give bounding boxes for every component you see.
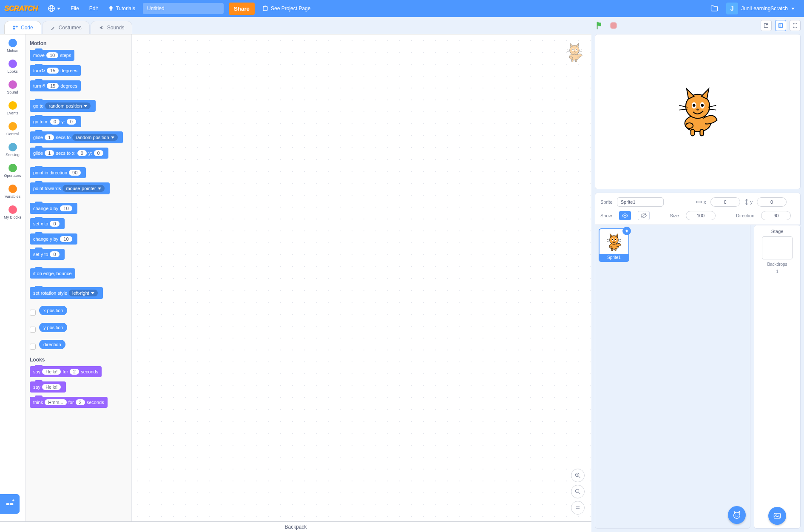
brush-icon: [50, 25, 56, 31]
category-my-blocks[interactable]: My Blocks: [0, 204, 25, 221]
svg-rect-19: [16, 26, 18, 28]
tutorials-button[interactable]: Tutorials: [105, 4, 138, 13]
block-glide-to[interactable]: glide1secs torandom position: [30, 131, 123, 143]
sprite-tile-label: Sprite1: [599, 254, 628, 261]
block-set-x[interactable]: set x to0: [30, 218, 65, 229]
my-stuff-button[interactable]: [707, 3, 721, 14]
stage-size-small-button[interactable]: [761, 20, 772, 31]
globe-icon: [48, 5, 55, 12]
checkbox-xpos[interactable]: [30, 310, 36, 316]
sprite-y-input[interactable]: [757, 197, 787, 207]
sound-icon: [99, 25, 105, 31]
block-change-y[interactable]: change y by10: [30, 233, 77, 245]
block-set-y[interactable]: set y to0: [30, 249, 65, 260]
stage-thumbnail[interactable]: [762, 236, 793, 259]
account-menu[interactable]: J JuniLearningScratch: [726, 3, 795, 14]
user-avatar: J: [726, 3, 738, 14]
file-menu[interactable]: File: [68, 4, 81, 13]
stage-sprite-cat[interactable]: [674, 84, 721, 139]
category-dot-icon: [9, 39, 17, 47]
add-sprite-button[interactable]: [728, 506, 746, 524]
category-header-motion: Motion: [30, 40, 127, 46]
block-if-edge-bounce[interactable]: if on edge, bounce: [30, 268, 75, 279]
share-button[interactable]: Share: [229, 3, 255, 15]
see-project-page-button[interactable]: See Project Page: [260, 4, 313, 13]
category-sensing[interactable]: Sensing: [0, 141, 25, 159]
block-goto[interactable]: go torandom position: [30, 100, 96, 112]
svg-point-44: [738, 515, 739, 515]
block-x-position[interactable]: x position: [39, 306, 67, 315]
username: JuniLearningScratch: [741, 6, 788, 11]
block-turn-ccw[interactable]: turn ↺ 15degrees: [30, 80, 81, 91]
category-looks[interactable]: Looks: [0, 58, 25, 75]
stop-button[interactable]: [608, 20, 619, 31]
stage-size-large-button[interactable]: [775, 20, 786, 31]
green-flag-button[interactable]: [595, 20, 605, 31]
category-control[interactable]: Control: [0, 120, 25, 138]
external-icon: [262, 6, 268, 11]
lightbulb-icon: [108, 6, 114, 11]
sprite-direction-input[interactable]: [761, 211, 791, 220]
block-turn-cw[interactable]: turn ↻ 15degrees: [30, 65, 81, 76]
category-motion[interactable]: Motion: [0, 37, 25, 54]
fullscreen-button[interactable]: [790, 20, 801, 31]
script-canvas[interactable]: [132, 34, 591, 521]
block-goto-xy[interactable]: go to x:0y:0: [30, 116, 81, 127]
size-label: Size: [670, 213, 679, 218]
sprite-name-input[interactable]: [617, 197, 664, 207]
scratch-logo[interactable]: SCRATCH: [4, 4, 40, 13]
zoom-out-icon: [575, 489, 581, 495]
sprite-tile-sprite1[interactable]: Sprite1: [599, 228, 629, 262]
block-say[interactable]: sayHello!: [30, 381, 66, 393]
zoom-reset-button[interactable]: [571, 501, 585, 515]
svg-text:+: +: [12, 499, 14, 503]
show-sprite-button[interactable]: [619, 211, 631, 220]
block-change-x[interactable]: change x by10: [30, 203, 77, 214]
sprite-x-input[interactable]: [710, 197, 740, 207]
cat-face-icon: [732, 510, 741, 520]
sprite-size-input[interactable]: [686, 211, 716, 220]
editor-tabs: Code Costumes Sounds: [0, 17, 591, 34]
block-think-secs[interactable]: thinkHmm...for2seconds: [30, 397, 108, 408]
category-dot-icon: [9, 122, 17, 131]
block-move-steps[interactable]: move10steps: [30, 50, 74, 61]
tab-costumes[interactable]: Costumes: [42, 21, 90, 34]
backpack-bar[interactable]: Backpack: [0, 521, 591, 532]
direction-label: Direction: [736, 213, 754, 218]
trash-icon: [625, 229, 629, 233]
checkbox-direction[interactable]: [30, 344, 36, 350]
project-title-input[interactable]: [143, 3, 224, 14]
category-variables[interactable]: Variables: [0, 183, 25, 200]
block-y-position[interactable]: y position: [39, 323, 67, 332]
zoom-in-button[interactable]: [571, 469, 585, 482]
category-events[interactable]: Events: [0, 100, 25, 117]
block-direction[interactable]: direction: [39, 340, 65, 349]
hide-sprite-button[interactable]: [638, 211, 650, 220]
block-palette[interactable]: Motion move10steps turn ↻ 15degrees turn…: [26, 34, 132, 521]
block-say-secs[interactable]: sayHello!for2seconds: [30, 366, 102, 377]
zoom-out-button[interactable]: [571, 485, 585, 498]
language-menu[interactable]: [45, 3, 63, 14]
stage[interactable]: [595, 34, 801, 189]
add-backdrop-button[interactable]: [768, 507, 786, 525]
edit-menu[interactable]: Edit: [87, 4, 101, 13]
checkbox-ypos[interactable]: [30, 327, 36, 333]
tab-sounds[interactable]: Sounds: [91, 21, 133, 34]
category-dot-icon: [9, 101, 17, 110]
block-glide-xy[interactable]: glide1secs to x:0y:0: [30, 148, 108, 159]
category-operators[interactable]: Operators: [0, 162, 25, 179]
stage-selector[interactable]: Stage Backdrops 1: [754, 225, 801, 529]
block-point-direction[interactable]: point in direction90: [30, 167, 86, 178]
add-extension-button[interactable]: +: [0, 494, 20, 514]
svg-rect-17: [111, 10, 112, 11]
block-point-towards[interactable]: point towardsmouse-pointer: [30, 182, 110, 194]
green-flag-icon: [595, 21, 605, 30]
block-set-rotation-style[interactable]: set rotation styleleft-right: [30, 287, 103, 299]
svg-rect-35: [766, 24, 768, 26]
small-stage-icon: [764, 23, 769, 28]
y-arrow-icon: [744, 199, 749, 205]
delete-sprite-button[interactable]: [622, 227, 631, 235]
tab-code[interactable]: Code: [4, 21, 41, 34]
sprite-list[interactable]: Sprite1: [595, 225, 750, 529]
category-sound[interactable]: Sound: [0, 79, 25, 96]
